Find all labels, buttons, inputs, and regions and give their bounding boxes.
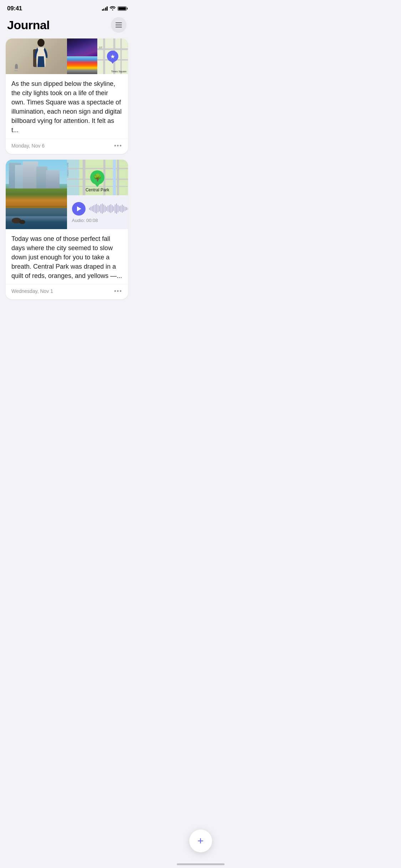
wifi-icon: [110, 6, 115, 11]
card2-right-panel: Hudson River 🌳 Central Park: [67, 160, 128, 229]
card-footer: Monday, Nov 6 •••: [6, 139, 128, 154]
audio-waveform: [89, 203, 128, 214]
header: Journal: [0, 14, 134, 38]
card2-more-options-button[interactable]: •••: [114, 288, 122, 294]
audio-duration-label: Audio: 00:08: [72, 218, 123, 223]
card2-date: Wednesday, Nov 1: [11, 288, 53, 294]
times-sq-img-2: [67, 56, 98, 74]
status-bar: 09:41: [0, 0, 134, 14]
times-sq-img-1: [67, 38, 98, 56]
card-side-images: ST ST ★ Times Square: [67, 38, 128, 74]
central-park-pin: 🌳: [90, 170, 104, 185]
svg-text:Hudson River: Hudson River: [67, 162, 69, 177]
play-button[interactable]: [72, 202, 86, 216]
person-room-image: [6, 38, 67, 74]
central-park-photo: [6, 160, 67, 229]
svg-text:ST: ST: [99, 46, 103, 49]
status-time: 09:41: [7, 5, 22, 12]
map-times-square: ST ST ★ Times Square: [97, 38, 128, 74]
more-options-button[interactable]: •••: [114, 143, 122, 149]
card2-body-text: Today was one of those perfect fall days…: [6, 229, 128, 284]
audio-controls: [72, 202, 123, 216]
card-images: ST ST ★ Times Square: [6, 38, 128, 74]
card-date: Monday, Nov 6: [11, 143, 45, 149]
signal-icon: [102, 6, 108, 11]
svg-point-0: [37, 39, 45, 47]
status-icons: [102, 6, 127, 11]
card-body-text: As the sun dipped below the skyline, the…: [6, 74, 128, 139]
card-central-park[interactable]: Hudson River 🌳 Central Park: [6, 160, 128, 299]
central-park-map-label: Central Park: [67, 187, 128, 192]
audio-player: Audio: 00:08: [67, 195, 128, 229]
menu-button[interactable]: [111, 17, 127, 33]
central-park-map: Hudson River 🌳 Central Park: [67, 160, 128, 195]
card2-footer: Wednesday, Nov 1 •••: [6, 284, 128, 299]
times-square-label: Times Square: [111, 70, 127, 73]
journal-list: ST ST ★ Times Square As the sun dipped b…: [0, 38, 134, 341]
page-title: Journal: [7, 18, 50, 32]
card-times-square[interactable]: ST ST ★ Times Square As the sun dipped b…: [6, 38, 128, 154]
card2-media: Hudson River 🌳 Central Park: [6, 160, 128, 229]
battery-icon: [118, 6, 127, 11]
